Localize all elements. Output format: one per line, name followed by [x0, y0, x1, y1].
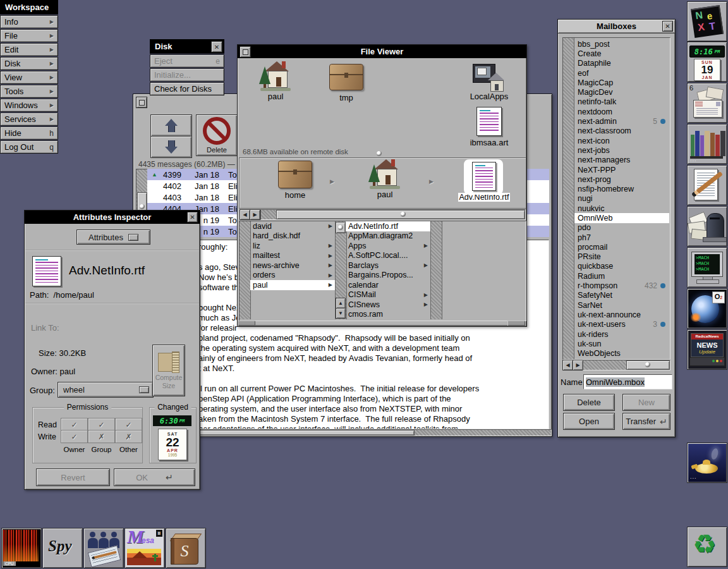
transfer-button[interactable]: Transfer↵ [622, 413, 670, 430]
dock-tile-recycler[interactable]: ♻ [687, 527, 727, 567]
write-other-checkbox[interactable]: ✗ [115, 430, 142, 443]
menu-item[interactable]: File ▶ [0, 29, 58, 42]
file-row[interactable]: orders ▶ [250, 271, 335, 281]
menu-item[interactable]: Services ▶ [0, 113, 58, 126]
mailbox-row[interactable]: pdo [574, 223, 669, 233]
menu-item[interactable]: Initialize... [150, 68, 224, 82]
close-icon[interactable]: ✕ [211, 41, 222, 52]
file-row[interactable]: mailtest ▶ [250, 251, 335, 261]
file-row[interactable]: calendar ▶ [346, 280, 430, 290]
mailbox-row[interactable]: next-icon [574, 136, 669, 145]
file-row[interactable]: Adv.NetInfo.rtf ▶ [346, 221, 430, 231]
mailbox-row[interactable]: ph7 [574, 233, 669, 242]
miniaturize-icon[interactable] [240, 46, 251, 58]
read-other-checkbox[interactable]: ✓ [115, 418, 142, 431]
mailbox-row[interactable]: uk-next-users 3 [574, 320, 669, 329]
dock-tile-lamp[interactable]: ... [687, 443, 727, 483]
mailbox-row[interactable]: MagicCap [574, 78, 669, 87]
open-mailbox-button[interactable]: Open [563, 413, 615, 430]
dock-tile-newsflash[interactable]: RadicalNews NEWS Update [687, 329, 727, 370]
scroll-right-icon[interactable]: ▶ [250, 209, 260, 220]
mailbox-row[interactable]: PRsite [574, 252, 669, 262]
path-item-home[interactable]: home [270, 161, 320, 200]
scroll-left-icon[interactable]: ◀ [240, 209, 250, 220]
dock-tile-spy[interactable]: Spy [42, 528, 83, 568]
dock-tile-terminal[interactable]: >MACH >MACH >MACH [687, 247, 727, 288]
inspector-mode-popup[interactable]: Attributes [76, 229, 150, 245]
shelf-item-localapps[interactable]: LocalApps [465, 61, 513, 101]
file-row[interactable]: cmos.ram ▶ [346, 310, 430, 320]
path-item-paul[interactable]: paul [360, 159, 410, 199]
close-icon[interactable]: ✕ [187, 212, 198, 223]
dock-tile-edit[interactable] [687, 165, 727, 205]
mailbox-row[interactable]: procmail [574, 242, 669, 252]
revert-button[interactable]: Revert [36, 468, 110, 486]
file-row[interactable]: news-archive ▶ [250, 260, 335, 271]
mailbox-row[interactable]: eof [574, 68, 669, 78]
mailbox-row[interactable]: nugi [574, 194, 669, 204]
mailbox-row[interactable]: r-thompson 432 [574, 281, 669, 290]
new-mailbox-button[interactable]: New [622, 394, 670, 411]
scroll-down-icon[interactable]: ▼ [336, 308, 346, 319]
mailbox-row[interactable]: bbs_post [574, 39, 669, 49]
mailbox-row[interactable]: next-jobs [574, 145, 669, 155]
shelf-item-paul[interactable]: paul [253, 61, 298, 101]
menu-item[interactable]: Log Out ▶ q [0, 140, 58, 154]
shelf-resize-dimple[interactable] [377, 151, 382, 156]
file-row[interactable]: CISnews ▶ [346, 300, 430, 310]
dock-tile-mail[interactable]: 6 [687, 83, 727, 123]
dock-tile-mesa[interactable]: M esa II [124, 528, 165, 568]
mailbox-list-scrollbar[interactable] [563, 38, 574, 359]
mailbox-row[interactable]: netinfo-talk [574, 97, 669, 107]
dock-tile-next-logo[interactable]: N e X T [687, 1, 727, 42]
mailbox-row[interactable]: uk-next-announce [574, 310, 669, 319]
menu-item[interactable]: Info ▶ [0, 15, 58, 28]
menu-item[interactable]: Disk ▶ [0, 57, 58, 70]
read-owner-checkbox[interactable]: ✓ [61, 418, 88, 431]
mailbox-row[interactable]: SarNet [574, 300, 669, 310]
mailbox-row[interactable]: nuukvic [574, 204, 669, 213]
mailbox-horizontal-scrollbar[interactable]: ◀ ▶ [562, 360, 669, 370]
dock-tile-meeting[interactable] [83, 528, 124, 568]
mailbox-row[interactable]: WebObjects [574, 349, 669, 358]
miniaturize-icon[interactable] [136, 97, 147, 108]
file-row[interactable]: CISMail ▶ [346, 290, 430, 300]
dock-tile-cpu-monitor[interactable]: CPU [1, 528, 42, 568]
mailbox-row[interactable]: nsfip-homebrew [574, 184, 669, 193]
menu-item[interactable]: Hide ▶ h [0, 126, 58, 140]
next-message-button[interactable] [150, 136, 192, 158]
shelf-item-tmp[interactable]: tmp [324, 64, 368, 102]
scroll-right-icon[interactable]: ▶ [573, 360, 583, 370]
file-row[interactable]: hard_disk.hdf ▶ [250, 231, 335, 242]
mailbox-name-field[interactable]: OmniWeb.mbox [583, 374, 672, 389]
menu-item[interactable]: Check for Disks [150, 82, 224, 95]
mailbox-row[interactable]: nextdoom [574, 107, 669, 116]
mailbox-row[interactable]: next-prog [574, 174, 669, 184]
mailbox-row[interactable]: Dataphile [574, 59, 669, 68]
write-owner-checkbox[interactable]: ✓ [61, 430, 88, 443]
mailbox-row[interactable]: next-admin 5 [574, 116, 669, 126]
shelf-item-ibmsaa[interactable]: ibmsaa.art [466, 107, 512, 147]
resize-bar[interactable] [238, 321, 525, 326]
mailbox-row[interactable]: uk-riders [574, 329, 669, 339]
column1-scrollbar[interactable] [240, 221, 251, 319]
file-row[interactable]: david ▶ [250, 221, 335, 231]
write-group-checkbox[interactable]: ✗ [88, 430, 115, 443]
compute-size-button[interactable]: Compute Size [152, 345, 185, 396]
menu-item[interactable]: View ▶ [0, 71, 58, 84]
file-row[interactable]: AppMan.diagram2 ▶ [346, 231, 430, 242]
menu-item[interactable]: Edit ▶ [0, 43, 58, 56]
menu-item[interactable]: Windows ▶ [0, 99, 58, 112]
dock-tile-s-book[interactable]: S [166, 528, 206, 568]
mailbox-row[interactable]: Radium [574, 271, 669, 281]
menu-item[interactable]: Tools ▶ [0, 85, 58, 98]
mailbox-row[interactable]: next-managers [574, 156, 669, 165]
group-popup[interactable]: wheel [58, 382, 154, 398]
mailbox-row[interactable]: quickbase [574, 262, 669, 271]
browser-horizontal-scrollbar[interactable]: ◀ ▶ [239, 209, 525, 219]
delete-message-button[interactable]: Delete [196, 114, 238, 156]
file-row[interactable]: Bargains.Propos... ▶ [346, 271, 430, 281]
mailbox-row[interactable]: MagicDev [574, 87, 669, 97]
file-row[interactable]: paul ▶ [250, 280, 335, 290]
previous-message-button[interactable] [150, 114, 192, 137]
